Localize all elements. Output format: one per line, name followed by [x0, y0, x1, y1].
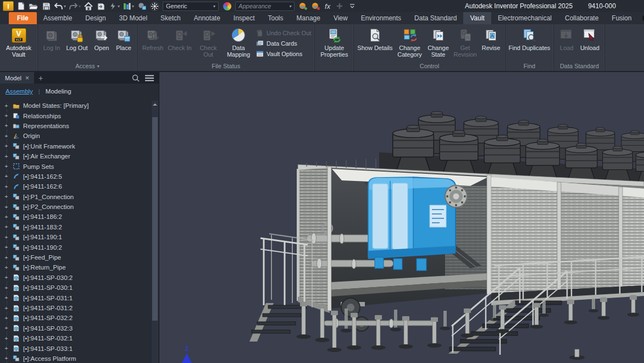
subtab-modeling[interactable]: Modeling: [46, 88, 71, 95]
expand-icon[interactable]: +: [3, 204, 9, 210]
data-mapping-button[interactable]: Data Mapping: [223, 26, 254, 58]
tab-assemble[interactable]: Assemble: [37, 12, 79, 24]
tree-item-9411-sp-032-1[interactable]: +[•]:9411-SP-032:1: [0, 333, 159, 343]
customize-toolbar-button[interactable]: [347, 1, 358, 12]
browser-menu-icon[interactable]: [145, 75, 154, 81]
check-out-button[interactable]: Check Out: [193, 26, 223, 58]
expand-icon[interactable]: +: [3, 173, 9, 179]
tree-item-9411-190-2[interactable]: +[•]:9411-190:2: [0, 242, 159, 252]
tree-item-9411-190-1[interactable]: +[•]:9411-190:1: [0, 232, 159, 242]
tab-environments[interactable]: Environments: [354, 12, 408, 24]
group-label-access[interactable]: Access▾: [38, 62, 137, 71]
scrollbar-thumb[interactable]: [152, 117, 158, 321]
tree-item-9411-186-2[interactable]: +[•]:9411-186:2: [0, 212, 159, 222]
cloud-options-button[interactable]: ▾: [638, 12, 644, 24]
add-button[interactable]: [334, 1, 345, 12]
tree-item-9411-sp-031-1[interactable]: +[•]:9411-SP-031:1: [0, 293, 159, 302]
home-button[interactable]: [83, 1, 94, 12]
subtab-assembly[interactable]: Assembly: [5, 88, 33, 95]
tab-annotate[interactable]: Annotate: [187, 12, 227, 24]
unload-button[interactable]: Unload: [577, 26, 602, 51]
tab-view[interactable]: View: [327, 12, 354, 24]
undo-button[interactable]: ▾: [53, 1, 66, 12]
appearance-add-button[interactable]: [297, 1, 308, 12]
component-color-button[interactable]: ▾: [122, 1, 135, 12]
tab-vault[interactable]: Vault: [463, 12, 491, 24]
tree-item-9411-sp-032-2[interactable]: +[•]:9411-SP-032:2: [0, 313, 159, 323]
tree-item-9411-183-2[interactable]: +[•]:9411-183:2: [0, 222, 159, 232]
expand-icon[interactable]: +: [3, 194, 9, 200]
tree-item-p2-connection[interactable]: +[•]:P2_Connection: [0, 202, 159, 212]
expand-icon[interactable]: +: [3, 336, 9, 342]
expand-icon[interactable]: +: [3, 214, 9, 220]
tab-inspect[interactable]: Inspect: [227, 12, 262, 24]
tree-item-9411-sp-031-2[interactable]: +[•]:9411-SP-031:2: [0, 303, 159, 313]
tab-fusion[interactable]: Fusion: [605, 12, 638, 24]
expand-icon[interactable]: +: [3, 244, 9, 250]
open-from-vault-button[interactable]: Open: [91, 26, 113, 51]
style-selector[interactable]: Generic▾: [163, 2, 219, 11]
redo-button[interactable]: ▾: [68, 1, 81, 12]
tree-item-representations[interactable]: +Representations: [0, 121, 159, 131]
tree-item-9411-162-6[interactable]: +[•]:9411-162:6: [0, 182, 159, 191]
find-duplicates-button[interactable]: Find Duplicates: [508, 26, 552, 51]
tree-item-feed-pipe[interactable]: +[•]:Feed_Pipe: [0, 252, 159, 262]
tab-file[interactable]: File: [9, 12, 37, 24]
browser-tab-model[interactable]: Model ×: [0, 72, 34, 84]
expand-icon[interactable]: +: [3, 143, 9, 149]
add-browser-tab-button[interactable]: +: [34, 72, 47, 84]
tree-scrollbar[interactable]: [152, 101, 158, 363]
tree-item-9411-162-5[interactable]: +[•]:9411-162:5: [0, 172, 159, 182]
expand-icon[interactable]: +: [3, 234, 9, 240]
tree-item-air-exchanger[interactable]: +[•]:Air Exchanger: [0, 151, 159, 161]
expand-icon[interactable]: +: [3, 133, 9, 139]
tree-item-model-states[interactable]: +Model States: [Primary]: [0, 101, 159, 111]
close-icon[interactable]: ×: [25, 74, 29, 82]
viewport-3d-scene[interactable]: Z: [159, 72, 644, 363]
appearance-selector[interactable]: Appearance▾: [235, 2, 295, 11]
expand-icon[interactable]: +: [3, 325, 9, 331]
expand-icon[interactable]: +: [3, 345, 9, 351]
get-revision-button[interactable]: A Get Revision: [451, 26, 480, 58]
undo-caret-icon[interactable]: ▾: [64, 4, 66, 9]
place-from-vault-button[interactable]: Place: [113, 26, 135, 51]
viewport-3d[interactable]: Z: [159, 72, 644, 363]
expand-icon[interactable]: +: [3, 305, 9, 311]
expand-icon[interactable]: +: [3, 103, 9, 109]
tab-manage[interactable]: Manage: [290, 12, 327, 24]
tree-item-unit-framework[interactable]: +[•]:Unit Framework: [0, 141, 159, 151]
render-wheel-button[interactable]: [149, 1, 160, 12]
load-button[interactable]: Load: [556, 26, 577, 51]
tab-data-standard[interactable]: Data Standard: [408, 12, 463, 24]
expand-icon[interactable]: +: [3, 255, 9, 261]
expand-icon[interactable]: +: [3, 315, 9, 321]
material-sphere-button[interactable]: [136, 1, 147, 12]
tab-3d-model[interactable]: 3D Model: [113, 12, 154, 24]
tab-design[interactable]: Design: [79, 12, 112, 24]
update-properties-button[interactable]: Update Properties: [317, 26, 351, 58]
tree-item-9411-sp-030-2[interactable]: +[•]:9411-SP-030:2: [0, 273, 159, 283]
expand-icon[interactable]: +: [3, 295, 9, 301]
insert-object-button[interactable]: [96, 1, 107, 12]
scroll-up-icon[interactable]: [152, 101, 158, 108]
tab-collaborate[interactable]: Collaborate: [558, 12, 605, 24]
undo-check-out-button[interactable]: Undo Check Out: [256, 29, 311, 37]
component-color-caret-icon[interactable]: ▾: [132, 4, 134, 9]
tree-item-relationships[interactable]: +Relationships: [0, 111, 159, 120]
color-wheel-button[interactable]: [221, 1, 232, 12]
parameters-button[interactable]: fx: [323, 2, 332, 10]
change-category-button[interactable]: Change Category: [394, 26, 426, 58]
tree-item-access-platform[interactable]: +[•]:Access Platform: [0, 354, 159, 363]
open-button[interactable]: [28, 1, 39, 12]
log-out-button[interactable]: Log Out: [63, 26, 91, 51]
expand-icon[interactable]: +: [3, 265, 9, 271]
quick-command-button[interactable]: ▾: [108, 1, 120, 12]
new-document-button[interactable]: [15, 1, 26, 12]
expand-icon[interactable]: +: [3, 184, 9, 190]
expand-icon[interactable]: +: [3, 355, 9, 361]
tab-tools[interactable]: Tools: [262, 12, 290, 24]
expand-icon[interactable]: +: [3, 285, 9, 291]
expand-icon[interactable]: +: [3, 113, 9, 119]
tree-item-9411-sp-032-3[interactable]: +[•]:9411-SP-032:3: [0, 323, 159, 333]
expand-icon[interactable]: +: [3, 163, 9, 169]
